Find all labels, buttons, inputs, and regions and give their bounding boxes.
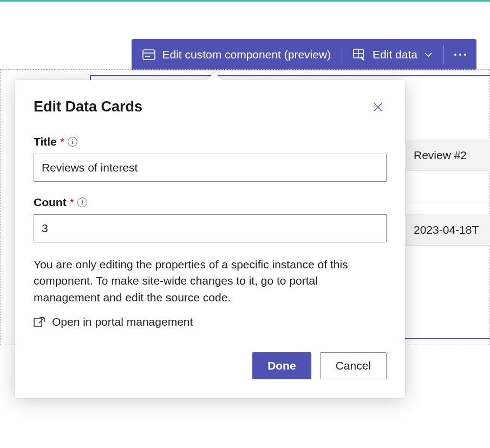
edit-data-cards-popover: Edit Data Cards Title * i Count * i You … — [15, 80, 405, 398]
table-row — [406, 171, 490, 202]
popover-header: Edit Data Cards — [34, 98, 387, 116]
svg-rect-9 — [34, 319, 42, 326]
svg-rect-0 — [143, 50, 155, 60]
ellipsis-icon — [454, 53, 467, 56]
form-icon — [142, 49, 155, 60]
svg-point-8 — [464, 54, 466, 56]
info-icon[interactable]: i — [77, 197, 87, 207]
count-field-group: Count * i — [34, 196, 387, 242]
table-row: 2023-04-18T — [406, 214, 490, 246]
svg-point-6 — [454, 54, 456, 56]
done-button[interactable]: Done — [252, 352, 311, 379]
info-icon[interactable]: i — [68, 137, 77, 147]
title-label-row: Title * i — [34, 135, 387, 148]
popover-title: Edit Data Cards — [34, 98, 142, 115]
edit-custom-component-button[interactable]: Edit custom component (preview) — [132, 39, 342, 70]
chevron-down-icon — [424, 52, 433, 57]
cell-value: 2023-04-18T — [414, 223, 479, 236]
count-label-row: Count * i — [34, 196, 387, 209]
popover-footer: Done Cancel — [34, 352, 387, 379]
external-link-icon — [34, 317, 45, 327]
top-accent-line — [0, 0, 490, 2]
more-actions-button[interactable] — [444, 39, 476, 70]
required-asterisk: * — [70, 196, 74, 209]
close-icon — [373, 102, 383, 113]
count-input[interactable] — [34, 214, 387, 242]
open-portal-management-link[interactable]: Open in portal management — [34, 315, 387, 328]
title-field-group: Title * i — [34, 135, 387, 182]
edit-custom-component-label: Edit custom component (preview) — [162, 48, 331, 61]
svg-point-7 — [459, 54, 461, 56]
editor-toolbar: Edit custom component (preview) Edit dat… — [132, 39, 476, 70]
required-asterisk: * — [60, 135, 64, 148]
title-label: Title — [34, 135, 57, 148]
portal-link-label: Open in portal management — [52, 315, 193, 328]
count-label: Count — [34, 196, 67, 209]
edit-data-button[interactable]: Edit data — [342, 39, 443, 70]
cancel-button[interactable]: Cancel — [320, 352, 387, 379]
close-button[interactable] — [369, 98, 387, 116]
title-input[interactable] — [34, 154, 387, 182]
table-row: Review #2 — [406, 140, 490, 171]
edit-data-label: Edit data — [373, 48, 417, 61]
table-edit-icon — [353, 49, 366, 61]
help-text: You are only editing the properties of a… — [34, 256, 387, 306]
cell-value: Review #2 — [414, 149, 467, 162]
